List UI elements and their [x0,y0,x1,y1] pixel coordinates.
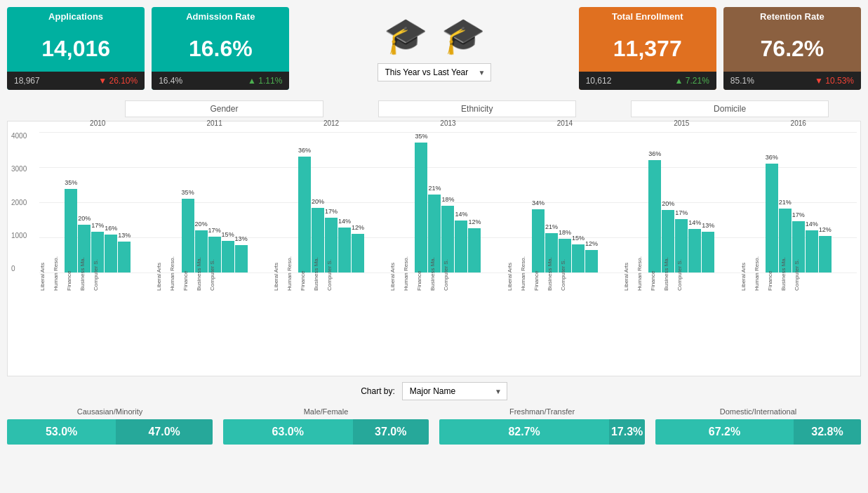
bar-col: 14% [688,132,701,272]
gender-section-label: Gender [125,100,323,117]
bar-col: 17% [792,132,805,272]
bar-col: 14% [455,132,467,272]
bar-col: 17% [91,132,104,272]
bar-pct-label: 12% [352,224,364,231]
bar-pct-label: 17% [208,227,221,234]
bar-block: 15% [572,244,585,272]
year-group-2010: 201035%20%17%16%13% [39,132,156,272]
bar-block: 16% [105,235,117,272]
bar-pct-label: 15% [222,231,234,238]
total-enrollment-value: 11,377 [579,26,716,72]
year-group-2016: 201636%21%17%14%12% [740,132,857,272]
bar-pct-label: 20% [195,221,208,228]
bar-pct-label: 12% [468,218,481,225]
year-label-2010: 2010 [39,119,156,127]
retention-rate-prev: 85.1% [730,76,754,86]
transfer-left: 82.7% [439,419,609,445]
total-enrollment-change: ▲ 7.21% [675,76,709,86]
bar-col: 12% [819,132,832,272]
graduation-icons: 🎓 🎓 [384,15,485,56]
bar-col: 35% [415,132,427,272]
bar-pct-label: 13% [702,222,714,229]
bar-block: 36% [766,164,778,272]
top-kpi-row: Applications 14,016 18,967 ▼ 26.10% Admi… [7,7,861,90]
x-label-group-2012: Liberal ArtsHuman Reso.FinanceBusiness M… [273,274,389,320]
bar-pct-label: 35% [65,179,77,186]
bar-col: 21% [428,132,441,272]
bar-col: 36% [648,132,661,272]
bar-pct-label: 17% [675,209,688,216]
y-label-3000: 3000 [11,165,27,173]
bar-pct-label: 36% [298,147,311,154]
caucasian-ratio-bar: 53.0% 47.0% [7,419,213,445]
x-label-group-2016: Liberal ArtsHuman Reso.FinanceBusiness M… [740,274,857,320]
caucasian-ratio-label: Causasian/Minority [7,407,213,416]
x-labels-area: Liberal ArtsHuman Reso.FinanceBusiness M… [39,274,857,320]
applications-footer: 18,967 ▼ 26.10% [7,72,145,90]
y-label-4000: 4000 [11,132,27,140]
bars-area: 201035%20%17%16%13%201135%20%17%15%13%20… [39,132,857,272]
admission-rate-header: Admission Rate [152,7,289,26]
x-label-group-2014: Liberal ArtsHuman Reso.FinanceBusiness M… [507,274,623,320]
applications-prev: 18,967 [14,76,40,86]
caucasian-right: 47.0% [116,419,213,445]
bar-block: 36% [648,160,661,272]
year-label-2012: 2012 [273,119,389,127]
bar-block: 35% [65,189,77,272]
year-label-2011: 2011 [156,119,272,127]
bar-block: 12% [352,234,364,272]
chart-by-wrapper[interactable]: Major Name [402,382,507,400]
bottom-ratio-row: Causasian/Minority 53.0% 47.0% Male/Fema… [7,407,861,445]
retention-rate-footer: 85.1% ▼ 10.53% [723,72,861,90]
x-label-group-2010: Liberal ArtsHuman Reso.FinanceBusiness M… [39,274,156,320]
caucasian-ratio-card: Causasian/Minority 53.0% 47.0% [7,407,213,445]
applications-value: 14,016 [7,26,145,72]
bar-col: 18% [441,132,454,272]
admission-rate-prev: 16.4% [159,76,182,86]
x-axis-label: Computer S. [794,277,836,291]
retention-rate-header: Retention Rate [723,7,861,26]
year-comparison-wrapper[interactable]: This Year vs Last Year This Year Last Ye… [378,63,491,81]
bar-pct-label: 14% [338,218,351,225]
year-label-2013: 2013 [389,119,506,127]
bar-pct-label: 36% [766,154,778,161]
grad-icon-female: 🎓 [384,15,427,56]
bar-col: 36% [766,132,778,272]
chart-by-dropdown[interactable]: Major Name [402,382,507,400]
year-label-2016: 2016 [740,119,857,127]
x-axis-label: Computer S. [93,277,135,291]
transfer-ratio-bar: 82.7% 17.3% [439,419,645,445]
x-label-group-2015: Liberal ArtsHuman Reso.FinanceBusiness M… [623,274,740,320]
main-bar-chart: 4000 3000 2000 1000 0 201035%20%17%16%13… [7,121,861,376]
bar-pct-label: 20% [312,198,324,205]
ethnicity-section-label: Ethnicity [378,100,576,117]
year-label-2014: 2014 [507,119,623,127]
bar-block: 35% [415,143,427,272]
x-label-group-2011: Liberal ArtsHuman Reso.FinanceBusiness M… [156,274,272,320]
domicile-ratio-card: Domestic/International 67.2% 32.8% [655,407,861,445]
year-comparison-dropdown[interactable]: This Year vs Last Year This Year Last Ye… [378,63,491,81]
year-group-2011: 201135%20%17%15%13% [156,132,272,272]
bar-pct-label: 34% [532,199,545,206]
bar-col: 20% [78,132,91,272]
bar-pct-label: 14% [688,219,701,226]
bar-pct-label: 16% [105,225,117,232]
bar-pct-label: 35% [182,189,194,196]
total-enrollment-footer: 10,612 ▲ 7.21% [579,72,716,90]
grad-icon-male: 🎓 [441,15,485,56]
bar-pct-label: 21% [545,223,558,230]
total-enrollment-card: Total Enrollment 11,377 10,612 ▲ 7.21% [579,7,716,90]
bar-col: 36% [298,132,311,272]
year-group-2015: 201536%20%17%14%13% [623,132,740,272]
year-label-2015: 2015 [623,119,740,127]
bar-block: 14% [806,230,818,272]
bar-pct-label: 21% [779,199,792,206]
domicile-right: 32.8% [794,419,861,445]
bar-pct-label: 13% [235,235,248,242]
bar-col: 15% [572,132,585,272]
bars-group-2010: 35%20%17%16%13% [65,132,131,272]
applications-header: Applications [7,7,145,26]
gender-ratio-bar: 63.0% 37.0% [223,419,429,445]
applications-card: Applications 14,016 18,967 ▼ 26.10% [7,7,145,90]
chart-by-row: Chart by: Major Name [7,382,861,400]
